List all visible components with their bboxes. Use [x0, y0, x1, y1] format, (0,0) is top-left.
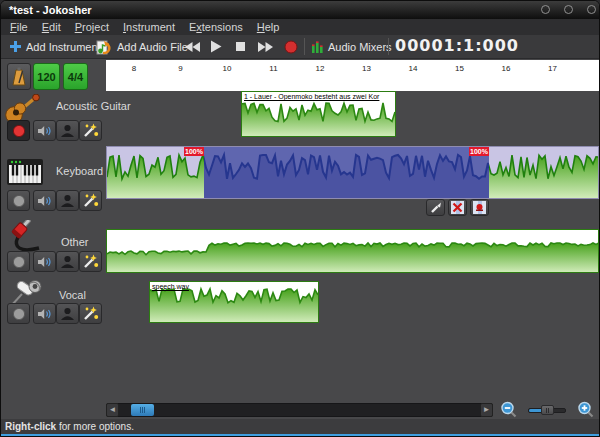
menu-item-file[interactable]: File	[3, 19, 35, 35]
ruler-number: 13	[362, 64, 371, 73]
track-row-vocal: Vocalspeech.wav	[1, 277, 600, 339]
stop-button[interactable]	[235, 35, 246, 58]
track-name: Other	[61, 236, 89, 248]
delete-selection-icon	[451, 201, 464, 214]
ruler-number: 14	[409, 64, 418, 73]
track-row-keyboard: Keyboard100%100%	[1, 146, 600, 217]
solo-icon	[60, 194, 75, 207]
audio-mixers-button[interactable]: Audio Mixers	[311, 35, 392, 58]
minimize-button[interactable]	[541, 5, 550, 14]
metronome-button[interactable]	[7, 63, 31, 90]
scroll-thumb[interactable]	[131, 404, 154, 416]
effects-icon	[82, 123, 99, 138]
menu-item-edit[interactable]: Edit	[35, 19, 68, 35]
audio-clip[interactable]: 100%100%	[106, 146, 599, 199]
ruler-number: 15	[455, 64, 464, 73]
audio-clip[interactable]: speech.wav	[149, 281, 319, 323]
audio-file-icon	[96, 39, 113, 55]
horizontal-scrollbar[interactable]	[106, 403, 493, 417]
forward-button[interactable]	[258, 35, 273, 58]
menu-item-help[interactable]: Help	[250, 19, 287, 35]
timeline-ruler[interactable]: 891011121314151617	[106, 60, 599, 91]
record-button[interactable]	[284, 35, 298, 58]
other-effects-button[interactable]	[79, 251, 102, 272]
menu-item-extensions[interactable]: Extensions	[182, 19, 250, 35]
vocal-effects-button[interactable]	[79, 303, 102, 324]
titlebar[interactable]: *test - Jokosher	[1, 1, 599, 19]
stop-icon	[235, 41, 246, 52]
ruler-number: 9	[178, 64, 182, 73]
ruler-number: 10	[223, 64, 232, 73]
add-audio-file-button[interactable]: Add Audio File	[96, 35, 188, 58]
zoom-slider-thumb[interactable]	[541, 405, 554, 415]
fade-tool-icon	[430, 202, 442, 214]
time-signature-button[interactable]: 4/4	[63, 63, 88, 90]
record-icon	[12, 307, 26, 321]
keyboard-effects-button[interactable]	[79, 190, 102, 211]
keyboard-solo-button[interactable]	[56, 190, 79, 211]
vocal-solo-button[interactable]	[56, 303, 79, 324]
track-name: Acoustic Guitar	[56, 100, 131, 112]
acoustic-guitar-solo-button[interactable]	[56, 120, 79, 141]
toolbar-separator	[388, 38, 389, 55]
waveform	[107, 230, 598, 273]
audio-mixers-label: Audio Mixers	[328, 41, 392, 53]
add-instrument-button[interactable]: Add Instrument	[9, 35, 101, 58]
delete-selection-button[interactable]	[448, 199, 467, 216]
other-solo-button[interactable]	[56, 251, 79, 272]
ruler-number: 16	[502, 64, 511, 73]
app-window: *test - Jokosher FileEditProjectInstrume…	[0, 0, 600, 437]
vocal-record-button[interactable]	[7, 303, 30, 324]
status-text: for more options.	[56, 421, 134, 432]
other-mute-button[interactable]	[33, 251, 56, 272]
record-icon	[12, 194, 26, 208]
rewind-icon	[185, 41, 200, 53]
vocal-mute-button[interactable]	[33, 303, 56, 324]
record-icon	[12, 255, 26, 269]
play-button[interactable]	[210, 35, 222, 58]
status-bold: Right-click	[5, 421, 56, 432]
track-row-other: Other	[1, 217, 600, 277]
mute-icon	[37, 308, 52, 320]
fade-tool-button[interactable]	[426, 199, 445, 216]
mixer-bars-icon	[311, 40, 324, 53]
status-bar: Right-click for more options.	[1, 419, 599, 434]
other-record-button[interactable]	[7, 251, 30, 272]
clip-label: 1 - Lauer - Openmoko besteht aus zwei Ko…	[244, 93, 379, 100]
waveform	[107, 147, 598, 199]
audio-clip[interactable]	[106, 229, 599, 273]
mute-icon	[37, 256, 52, 268]
zoom-out-button[interactable]	[500, 401, 518, 419]
effects-icon	[82, 306, 99, 321]
rewind-button[interactable]	[185, 35, 200, 58]
tempo-button[interactable]: 120	[33, 63, 60, 90]
keyboard-record-button[interactable]	[7, 190, 30, 211]
ruler-number: 17	[548, 64, 557, 73]
menu-item-project[interactable]: Project	[68, 19, 116, 35]
ruler-number: 8	[132, 64, 136, 73]
solo-icon	[60, 307, 75, 320]
close-button[interactable]	[587, 5, 596, 14]
record-icon	[284, 40, 298, 54]
zoom-in-button[interactable]	[577, 401, 595, 419]
scroll-left-button[interactable]: ◄	[106, 403, 119, 417]
keyboard-mute-button[interactable]	[33, 190, 56, 211]
acoustic-guitar-mute-button[interactable]	[33, 120, 56, 141]
toolbar-separator	[304, 38, 305, 55]
menu-item-instrument[interactable]: Instrument	[116, 19, 182, 35]
clip-label: speech.wav	[152, 283, 189, 290]
play-icon	[210, 40, 222, 53]
trim-selection-button[interactable]	[470, 199, 489, 216]
solo-icon	[60, 124, 75, 137]
add-instrument-label: Add Instrument	[26, 41, 101, 53]
ruler-number: 11	[269, 64, 277, 73]
menubar: FileEditProjectInstrumentExtensionsHelp	[1, 19, 599, 35]
scroll-right-button[interactable]: ►	[480, 403, 493, 417]
maximize-button[interactable]	[564, 5, 573, 14]
acoustic-guitar-record-button[interactable]	[7, 120, 30, 141]
trim-selection-icon	[473, 201, 486, 214]
acoustic-guitar-effects-button[interactable]	[79, 120, 102, 141]
audio-clip[interactable]: 1 - Lauer - Openmoko besteht aus zwei Ko…	[241, 91, 396, 137]
forward-icon	[258, 41, 273, 53]
piano-icon	[7, 159, 43, 185]
